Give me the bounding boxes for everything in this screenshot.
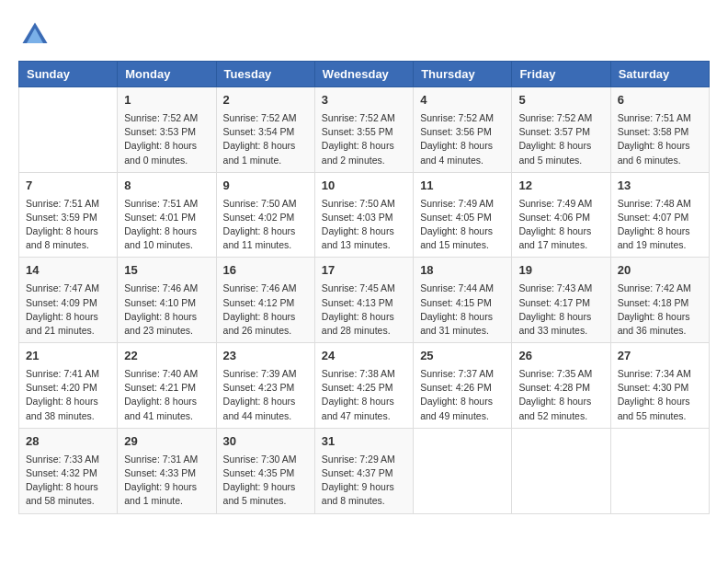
day-number: 20 bbox=[618, 262, 702, 280]
weekday-header-saturday: Saturday bbox=[610, 62, 709, 87]
calendar-cell: 28Sunrise: 7:33 AMSunset: 4:32 PMDayligh… bbox=[19, 428, 118, 513]
calendar-week-1: 1Sunrise: 7:52 AMSunset: 3:53 PMDaylight… bbox=[19, 87, 710, 173]
calendar-cell: 14Sunrise: 7:47 AMSunset: 4:09 PMDayligh… bbox=[19, 258, 118, 343]
calendar-cell bbox=[512, 428, 610, 513]
day-number: 7 bbox=[26, 178, 110, 195]
weekday-header-tuesday: Tuesday bbox=[216, 62, 314, 87]
calendar-table: SundayMondayTuesdayWednesdayThursdayFrid… bbox=[18, 61, 710, 514]
weekday-header-sunday: Sunday bbox=[19, 62, 118, 87]
calendar-cell: 8Sunrise: 7:51 AMSunset: 4:01 PMDaylight… bbox=[118, 172, 216, 258]
day-info: Sunrise: 7:46 AMSunset: 4:10 PMDaylight:… bbox=[124, 282, 209, 338]
day-info: Sunrise: 7:35 AMSunset: 4:28 PMDaylight:… bbox=[518, 367, 603, 423]
day-number: 5 bbox=[518, 92, 603, 109]
day-info: Sunrise: 7:52 AMSunset: 3:55 PMDaylight:… bbox=[322, 111, 406, 167]
calendar-cell: 26Sunrise: 7:35 AMSunset: 4:28 PMDayligh… bbox=[512, 343, 610, 429]
calendar-cell: 30Sunrise: 7:30 AMSunset: 4:35 PMDayligh… bbox=[216, 428, 314, 513]
weekday-header-row: SundayMondayTuesdayWednesdayThursdayFrid… bbox=[19, 62, 710, 87]
weekday-header-wednesday: Wednesday bbox=[314, 62, 413, 87]
calendar-cell: 23Sunrise: 7:39 AMSunset: 4:23 PMDayligh… bbox=[216, 343, 314, 429]
day-info: Sunrise: 7:50 AMSunset: 4:03 PMDaylight:… bbox=[322, 197, 406, 253]
day-number: 4 bbox=[420, 92, 505, 109]
calendar-cell: 20Sunrise: 7:42 AMSunset: 4:18 PMDayligh… bbox=[610, 258, 709, 343]
day-info: Sunrise: 7:40 AMSunset: 4:21 PMDaylight:… bbox=[124, 367, 209, 423]
day-number: 22 bbox=[124, 348, 209, 365]
day-info: Sunrise: 7:46 AMSunset: 4:12 PMDaylight:… bbox=[223, 282, 308, 338]
day-info: Sunrise: 7:39 AMSunset: 4:23 PMDaylight:… bbox=[223, 367, 308, 423]
weekday-header-friday: Friday bbox=[512, 62, 610, 87]
day-number: 1 bbox=[124, 92, 209, 109]
calendar-cell: 10Sunrise: 7:50 AMSunset: 4:03 PMDayligh… bbox=[314, 172, 413, 258]
calendar-cell: 11Sunrise: 7:49 AMSunset: 4:05 PMDayligh… bbox=[414, 172, 512, 258]
calendar-week-5: 28Sunrise: 7:33 AMSunset: 4:32 PMDayligh… bbox=[19, 428, 710, 513]
day-number: 8 bbox=[124, 178, 209, 195]
day-info: Sunrise: 7:51 AMSunset: 4:01 PMDaylight:… bbox=[124, 197, 209, 253]
calendar-cell: 1Sunrise: 7:52 AMSunset: 3:53 PMDaylight… bbox=[118, 87, 216, 173]
calendar-cell: 27Sunrise: 7:34 AMSunset: 4:30 PMDayligh… bbox=[610, 343, 709, 429]
day-number: 29 bbox=[124, 433, 209, 451]
logo bbox=[18, 18, 55, 52]
calendar-cell: 12Sunrise: 7:49 AMSunset: 4:06 PMDayligh… bbox=[512, 172, 610, 258]
calendar-cell bbox=[19, 87, 118, 173]
day-info: Sunrise: 7:42 AMSunset: 4:18 PMDaylight:… bbox=[618, 282, 702, 338]
day-number: 24 bbox=[322, 348, 406, 365]
calendar-cell: 24Sunrise: 7:38 AMSunset: 4:25 PMDayligh… bbox=[314, 343, 413, 429]
day-number: 23 bbox=[223, 348, 308, 365]
day-number: 25 bbox=[420, 348, 505, 365]
day-number: 13 bbox=[618, 178, 702, 195]
day-info: Sunrise: 7:38 AMSunset: 4:25 PMDaylight:… bbox=[322, 367, 406, 423]
day-number: 18 bbox=[420, 262, 505, 280]
day-number: 9 bbox=[223, 178, 308, 195]
logo-icon bbox=[18, 18, 51, 52]
day-info: Sunrise: 7:51 AMSunset: 3:58 PMDaylight:… bbox=[618, 111, 702, 167]
day-info: Sunrise: 7:52 AMSunset: 3:56 PMDaylight:… bbox=[420, 111, 505, 167]
day-number: 11 bbox=[420, 178, 505, 195]
day-number: 16 bbox=[223, 262, 308, 280]
calendar-cell bbox=[414, 428, 512, 513]
day-number: 12 bbox=[518, 178, 603, 195]
day-info: Sunrise: 7:33 AMSunset: 4:32 PMDaylight:… bbox=[26, 453, 110, 509]
day-number: 14 bbox=[26, 262, 110, 280]
day-info: Sunrise: 7:52 AMSunset: 3:57 PMDaylight:… bbox=[518, 111, 603, 167]
weekday-header-monday: Monday bbox=[118, 62, 216, 87]
day-info: Sunrise: 7:43 AMSunset: 4:17 PMDaylight:… bbox=[518, 282, 603, 338]
calendar-cell: 6Sunrise: 7:51 AMSunset: 3:58 PMDaylight… bbox=[610, 87, 709, 173]
calendar-week-2: 7Sunrise: 7:51 AMSunset: 3:59 PMDaylight… bbox=[19, 172, 710, 258]
day-number: 31 bbox=[322, 433, 406, 451]
calendar-cell: 18Sunrise: 7:44 AMSunset: 4:15 PMDayligh… bbox=[414, 258, 512, 343]
day-info: Sunrise: 7:29 AMSunset: 4:37 PMDaylight:… bbox=[322, 453, 406, 509]
day-number: 30 bbox=[223, 433, 308, 451]
day-number: 10 bbox=[322, 178, 406, 195]
page-header bbox=[18, 18, 710, 52]
day-info: Sunrise: 7:45 AMSunset: 4:13 PMDaylight:… bbox=[322, 282, 406, 338]
calendar-cell: 15Sunrise: 7:46 AMSunset: 4:10 PMDayligh… bbox=[118, 258, 216, 343]
day-number: 17 bbox=[322, 262, 406, 280]
calendar-cell: 29Sunrise: 7:31 AMSunset: 4:33 PMDayligh… bbox=[118, 428, 216, 513]
calendar-cell: 22Sunrise: 7:40 AMSunset: 4:21 PMDayligh… bbox=[118, 343, 216, 429]
day-info: Sunrise: 7:31 AMSunset: 4:33 PMDaylight:… bbox=[124, 453, 209, 509]
calendar-cell bbox=[610, 428, 709, 513]
day-info: Sunrise: 7:52 AMSunset: 3:53 PMDaylight:… bbox=[124, 111, 209, 167]
day-info: Sunrise: 7:49 AMSunset: 4:05 PMDaylight:… bbox=[420, 197, 505, 253]
day-number: 2 bbox=[223, 92, 308, 109]
calendar-cell: 2Sunrise: 7:52 AMSunset: 3:54 PMDaylight… bbox=[216, 87, 314, 173]
day-number: 28 bbox=[26, 433, 110, 451]
day-info: Sunrise: 7:41 AMSunset: 4:20 PMDaylight:… bbox=[26, 367, 110, 423]
day-number: 6 bbox=[618, 92, 702, 109]
calendar-cell: 31Sunrise: 7:29 AMSunset: 4:37 PMDayligh… bbox=[314, 428, 413, 513]
calendar-cell: 17Sunrise: 7:45 AMSunset: 4:13 PMDayligh… bbox=[314, 258, 413, 343]
day-info: Sunrise: 7:47 AMSunset: 4:09 PMDaylight:… bbox=[26, 282, 110, 338]
day-info: Sunrise: 7:52 AMSunset: 3:54 PMDaylight:… bbox=[223, 111, 308, 167]
calendar-body: 1Sunrise: 7:52 AMSunset: 3:53 PMDaylight… bbox=[19, 87, 710, 514]
calendar-cell: 19Sunrise: 7:43 AMSunset: 4:17 PMDayligh… bbox=[512, 258, 610, 343]
calendar-header: SundayMondayTuesdayWednesdayThursdayFrid… bbox=[19, 62, 710, 87]
day-info: Sunrise: 7:44 AMSunset: 4:15 PMDaylight:… bbox=[420, 282, 505, 338]
calendar-cell: 9Sunrise: 7:50 AMSunset: 4:02 PMDaylight… bbox=[216, 172, 314, 258]
day-info: Sunrise: 7:48 AMSunset: 4:07 PMDaylight:… bbox=[618, 197, 702, 253]
calendar-week-3: 14Sunrise: 7:47 AMSunset: 4:09 PMDayligh… bbox=[19, 258, 710, 343]
calendar-cell: 25Sunrise: 7:37 AMSunset: 4:26 PMDayligh… bbox=[414, 343, 512, 429]
day-info: Sunrise: 7:30 AMSunset: 4:35 PMDaylight:… bbox=[223, 453, 308, 509]
day-number: 21 bbox=[26, 348, 110, 365]
calendar-cell: 3Sunrise: 7:52 AMSunset: 3:55 PMDaylight… bbox=[314, 87, 413, 173]
day-info: Sunrise: 7:49 AMSunset: 4:06 PMDaylight:… bbox=[518, 197, 603, 253]
day-number: 27 bbox=[618, 348, 702, 365]
